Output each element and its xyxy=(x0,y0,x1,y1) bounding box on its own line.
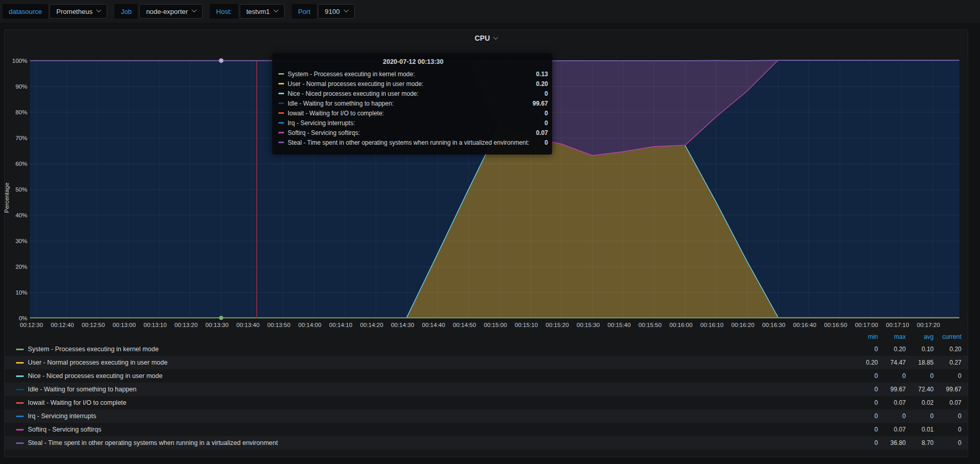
series-color-icon[interactable] xyxy=(16,442,24,444)
legend-column-current[interactable]: current xyxy=(934,333,961,340)
legend-current-value: 99.67 xyxy=(934,386,961,393)
series-color-icon[interactable] xyxy=(16,389,24,390)
legend-table: minmaxavgcurrent System - Processes exec… xyxy=(5,331,968,450)
legend-avg-value: 0.02 xyxy=(906,399,934,406)
variable-dropdown[interactable]: testvm1 xyxy=(240,4,285,19)
x-tick-label: 00:16:10 xyxy=(695,321,728,329)
y-tick-label: 60% xyxy=(5,160,27,167)
x-tick-label: 00:13:50 xyxy=(262,321,295,329)
legend-series-name[interactable]: Irq - Servicing interrupts xyxy=(28,413,850,420)
legend-row: Irq - Servicing interrupts0000 xyxy=(5,409,968,423)
series-color-icon[interactable] xyxy=(16,402,24,404)
legend-column-max[interactable]: max xyxy=(878,333,906,340)
y-tick-label: 90% xyxy=(5,83,27,90)
series-color-icon xyxy=(278,142,284,143)
legend-max-value: 0.07 xyxy=(878,399,906,406)
x-tick-label: 00:13:30 xyxy=(201,321,234,329)
x-tick-label: 00:14:00 xyxy=(293,321,326,329)
tooltip-series-label: Nice - Niced processes executing in user… xyxy=(288,90,544,97)
x-tick-label: 00:16:00 xyxy=(665,321,697,329)
x-tick-label: 00:17:00 xyxy=(850,321,883,329)
legend-min-value: 0 xyxy=(850,426,878,433)
legend-row: Softirq - Servicing softirqs00.070.010 xyxy=(5,423,968,436)
legend-series-name[interactable]: Steal - Time spent in other operating sy… xyxy=(28,439,850,446)
legend-max-value: 0.20 xyxy=(878,346,906,353)
tooltip-series-label: User - Normal processes executing in use… xyxy=(288,80,536,88)
legend-min-value: 0 xyxy=(850,413,878,420)
panel-title: CPU xyxy=(475,34,490,42)
legend-avg-value: 0.10 xyxy=(906,346,934,353)
tooltip-row: User - Normal processes executing in use… xyxy=(278,79,548,89)
legend-row: Idle - Waiting for something to happen09… xyxy=(5,383,968,396)
tooltip-series-label: System - Processes executing in kernel m… xyxy=(288,71,536,78)
series-color-icon xyxy=(278,122,284,124)
legend-avg-value: 18.85 xyxy=(906,359,934,366)
series-color-icon[interactable] xyxy=(16,416,24,417)
legend-min-value: 0 xyxy=(850,346,878,353)
x-tick-label: 00:15:20 xyxy=(541,321,574,329)
legend-row: User - Normal processes executing in use… xyxy=(5,356,968,369)
series-color-icon[interactable] xyxy=(16,429,24,431)
variable-label: datasource xyxy=(3,4,48,19)
hover-dot-top xyxy=(219,58,224,63)
x-tick-label: 00:16:40 xyxy=(788,321,821,329)
variable-group-3: Port9100 xyxy=(292,4,355,19)
legend-series-name[interactable]: System - Processes executing in kernel m… xyxy=(28,346,850,353)
series-color-icon xyxy=(278,83,284,84)
tooltip-series-value: 0 xyxy=(544,139,548,146)
legend-max-value: 74.47 xyxy=(878,359,906,366)
legend-series-name[interactable]: User - Normal processes executing in use… xyxy=(28,359,850,366)
x-tick-label: 00:13:40 xyxy=(231,321,264,329)
series-color-icon[interactable] xyxy=(16,375,24,377)
series-color-icon[interactable] xyxy=(16,349,24,350)
y-tick-label: 80% xyxy=(5,109,27,116)
x-tick-label: 00:15:10 xyxy=(510,321,543,329)
legend-avg-value: 0 xyxy=(906,413,934,420)
legend-current-value: 0.27 xyxy=(934,359,961,366)
panel-header[interactable]: CPU xyxy=(5,32,968,44)
tooltip-row: Irq - Servicing interrupts:0 xyxy=(278,118,548,128)
chevron-down-icon xyxy=(192,7,197,12)
x-tick-label: 00:17:10 xyxy=(881,321,914,329)
tooltip-row: Iowait - Waiting for I/O to complete:0 xyxy=(278,108,548,118)
legend-column-avg[interactable]: avg xyxy=(906,333,934,340)
x-tick-label: 00:14:10 xyxy=(324,321,357,329)
variables-toolbar: datasourcePrometheusJobnode-exporterHost… xyxy=(0,0,980,23)
legend-series-name[interactable]: Softirq - Servicing softirqs xyxy=(28,426,850,433)
legend-current-value: 0.20 xyxy=(934,346,961,353)
series-color-icon xyxy=(278,73,284,75)
series-color-icon xyxy=(278,93,284,94)
legend-series-name[interactable]: Nice - Niced processes executing in user… xyxy=(28,372,850,380)
legend-min-value: 0.20 xyxy=(850,359,878,366)
tooltip-row: System - Processes executing in kernel m… xyxy=(278,69,548,79)
grafana-dashboard: datasourcePrometheusJobnode-exporterHost… xyxy=(0,0,980,464)
legend-current-value: 0 xyxy=(934,426,961,433)
tooltip-row: Idle - Waiting for something to happen:9… xyxy=(278,98,548,108)
legend-row: Nice - Niced processes executing in user… xyxy=(5,369,968,383)
legend-row: Steal - Time spent in other operating sy… xyxy=(5,436,968,450)
series-color-icon[interactable] xyxy=(16,362,24,364)
variable-group-0: datasourcePrometheus xyxy=(3,4,107,19)
legend-row: Iowait - Waiting for I/O to complete00.0… xyxy=(5,396,968,409)
y-tick-label: 100% xyxy=(5,57,27,64)
tooltip-series-label: Iowait - Waiting for I/O to complete: xyxy=(288,110,544,117)
legend-column-min[interactable]: min xyxy=(850,333,878,340)
series-color-icon xyxy=(278,112,284,114)
tooltip-series-value: 0.20 xyxy=(536,80,548,88)
tooltip-series-value: 0 xyxy=(544,119,548,127)
chevron-down-icon xyxy=(493,35,499,40)
legend-min-value: 0 xyxy=(850,439,878,446)
legend-max-value: 0 xyxy=(878,372,906,380)
legend-current-value: 0.07 xyxy=(934,399,961,406)
variable-dropdown[interactable]: node-exporter xyxy=(139,4,203,19)
legend-series-name[interactable]: Idle - Waiting for something to happen xyxy=(28,386,850,393)
chevron-down-icon xyxy=(96,7,102,12)
variable-dropdown[interactable]: 9100 xyxy=(318,4,355,19)
x-tick-label: 00:13:00 xyxy=(108,321,141,329)
legend-series-name[interactable]: Iowait - Waiting for I/O to complete xyxy=(28,399,850,406)
tooltip-row: Softirq - Servicing softirqs:0.07 xyxy=(278,128,548,138)
variable-dropdown[interactable]: Prometheus xyxy=(49,4,107,19)
tooltip-series-value: 0.07 xyxy=(536,129,548,136)
legend-row: System - Processes executing in kernel m… xyxy=(5,342,968,356)
x-tick-label: 00:15:50 xyxy=(634,321,667,329)
